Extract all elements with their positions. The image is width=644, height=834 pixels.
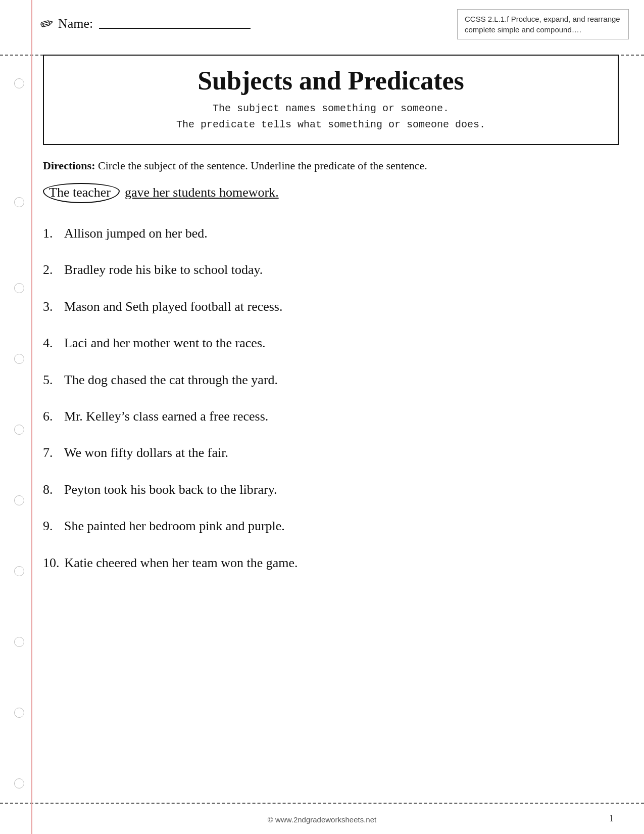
hole-punch-3 — [14, 283, 24, 293]
directions-bold: Directions: — [43, 159, 95, 172]
name-input-line[interactable] — [99, 19, 251, 29]
hole-punch-8 — [14, 637, 24, 647]
sentence-num-2: 2. — [43, 261, 59, 279]
sentence-text-5: The dog chased the cat through the yard. — [64, 371, 278, 389]
hole-punch-1 — [14, 78, 24, 88]
main-content: Subjects and Predicates The subject name… — [0, 44, 644, 591]
sentence-item-9: 9. She painted her bedroom pink and purp… — [43, 508, 619, 544]
sentence-num-10: 10. — [43, 554, 60, 572]
sentence-item-4: 4. Laci and her mother went to the races… — [43, 325, 619, 361]
sentence-text-2: Bradley rode his bike to school today. — [64, 261, 263, 279]
sentence-num-5: 5. — [43, 371, 59, 389]
example-predicate-underlined: gave her students homework. — [125, 185, 279, 200]
header: ✏ Name: CCSS 2.L.1.f Produce, expand, an… — [0, 0, 644, 44]
sentence-num-3: 3. — [43, 298, 59, 316]
standard-box: CCSS 2.L.1.f Produce, expand, and rearra… — [457, 9, 629, 39]
sentence-text-4: Laci and her mother went to the races. — [64, 334, 266, 352]
sentence-text-8: Peyton took his book back to the library… — [64, 481, 277, 499]
sentence-item-2: 2. Bradley rode his bike to school today… — [43, 252, 619, 288]
name-label: Name: — [58, 16, 93, 31]
sentence-text-6: Mr. Kelley’s class earned a free recess. — [64, 407, 268, 426]
sentence-num-7: 7. — [43, 444, 59, 462]
sentence-item-1: 1. Allison jumped on her bed. — [43, 215, 619, 252]
sentence-num-6: 6. — [43, 407, 59, 426]
example-sentence: The teacher gave her students homework. — [43, 183, 619, 203]
dash-line-bottom — [0, 803, 644, 804]
sentence-item-6: 6. Mr. Kelley’s class earned a free rece… — [43, 398, 619, 435]
sentence-text-1: Allison jumped on her bed. — [64, 224, 208, 243]
sentence-text-3: Mason and Seth played football at recess… — [64, 298, 283, 316]
hole-punch-4 — [14, 354, 24, 364]
directions-text: Circle the subject of the sentence. Unde… — [95, 159, 427, 172]
sentence-item-5: 5. The dog chased the cat through the ya… — [43, 362, 619, 398]
sentence-item-10: 10. Katie cheered when her team won the … — [43, 545, 619, 581]
name-section: ✏ Name: — [40, 14, 251, 33]
sentence-text-10: Katie cheered when her team won the game… — [65, 554, 298, 572]
sentence-item-7: 7. We won fifty dollars at the fair. — [43, 435, 619, 471]
sentence-num-1: 1. — [43, 224, 59, 243]
directions: Directions: Circle the subject of the se… — [43, 157, 619, 174]
subtitle-line2: The predicate tells what something or so… — [59, 117, 603, 133]
example-subject-circled: The teacher — [43, 183, 120, 203]
title-box: Subjects and Predicates The subject name… — [43, 55, 619, 145]
hole-punch-5 — [14, 425, 24, 435]
footer-copyright: © www.2ndgradeworksheets.net — [268, 815, 376, 824]
hole-punch-7 — [14, 566, 24, 576]
sentence-num-4: 4. — [43, 334, 59, 352]
sentence-num-9: 9. — [43, 517, 59, 535]
sentence-text-7: We won fifty dollars at the fair. — [64, 444, 228, 462]
sentence-num-8: 8. — [43, 481, 59, 499]
worksheet-page: ✏ Name: CCSS 2.L.1.f Produce, expand, an… — [0, 0, 644, 834]
sentence-text-9: She painted her bedroom pink and purple. — [64, 517, 285, 535]
hole-punch-6 — [14, 495, 24, 505]
sentence-item-8: 8. Peyton took his book back to the libr… — [43, 472, 619, 508]
worksheet-title: Subjects and Predicates — [59, 66, 603, 96]
subtitle-line1: The subject names something or someone. — [59, 101, 603, 117]
hole-punch-10 — [14, 778, 24, 789]
hole-punch-2 — [14, 197, 24, 207]
footer: © www.2ndgradeworksheets.net — [0, 815, 644, 824]
hole-punch-9 — [14, 708, 24, 718]
standard-text: CCSS 2.L.1.f Produce, expand, and rearra… — [465, 15, 620, 34]
sentence-list: 1. Allison jumped on her bed. 2. Bradley… — [43, 215, 619, 581]
pencil-icon: ✏ — [38, 13, 57, 35]
sentence-item-3: 3. Mason and Seth played football at rec… — [43, 289, 619, 325]
